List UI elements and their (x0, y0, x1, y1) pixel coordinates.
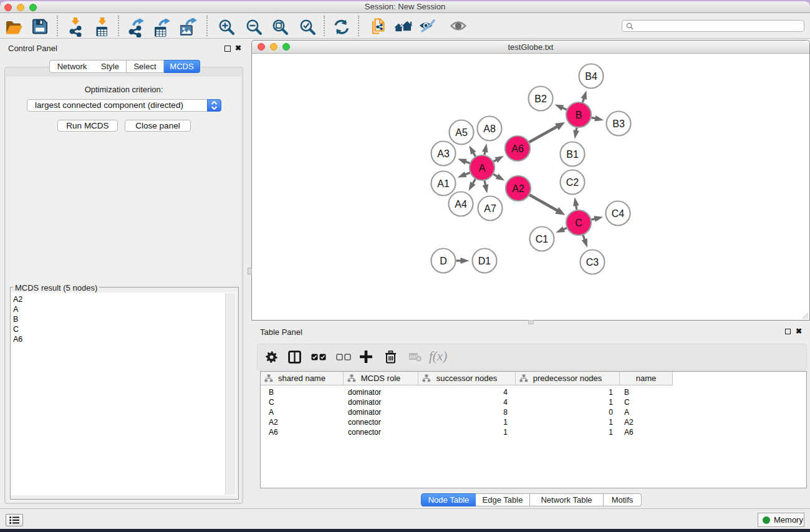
svg-text:A4: A4 (455, 199, 467, 210)
svg-text:A2: A2 (512, 183, 524, 194)
svg-text:C: C (575, 218, 582, 228)
svg-text:B: B (576, 110, 582, 120)
svg-text:B3: B3 (612, 118, 625, 129)
svg-text:C2: C2 (566, 177, 579, 188)
svg-text:A1: A1 (437, 178, 450, 189)
svg-text:A7: A7 (484, 203, 496, 214)
svg-text:C4: C4 (612, 208, 625, 219)
svg-text:A3: A3 (437, 148, 450, 159)
svg-text:D: D (440, 256, 447, 266)
svg-text:C1: C1 (536, 234, 549, 244)
svg-text:A5: A5 (455, 127, 468, 138)
svg-text:B2: B2 (534, 94, 547, 104)
svg-text:B1: B1 (566, 149, 579, 160)
svg-text:A: A (479, 163, 486, 173)
svg-text:A6: A6 (511, 143, 524, 154)
svg-text:D1: D1 (478, 256, 491, 266)
svg-text:C3: C3 (586, 257, 599, 268)
svg-text:B4: B4 (585, 71, 597, 82)
svg-text:A8: A8 (483, 123, 496, 134)
